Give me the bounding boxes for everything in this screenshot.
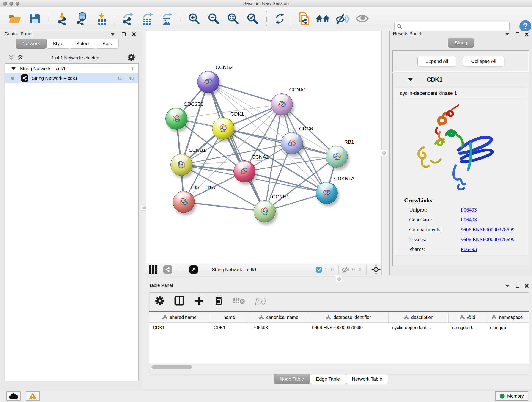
- h-scrollbar[interactable]: [149, 364, 529, 369]
- import-database-button[interactable]: [75, 11, 89, 26]
- tab-sets[interactable]: Sets: [96, 38, 119, 49]
- column-header[interactable]: database identifier: [308, 312, 389, 322]
- network-options-gear-icon[interactable]: [127, 53, 135, 62]
- show-all-button[interactable]: [355, 11, 369, 26]
- panel-collapse-icon[interactable]: [505, 32, 510, 36]
- tab-string[interactable]: String: [448, 38, 474, 48]
- export-network-button[interactable]: [120, 11, 135, 26]
- network-node-RB1[interactable]: [326, 146, 348, 167]
- table-cell[interactable]: stringdb: [486, 323, 528, 332]
- tab-select[interactable]: Select: [70, 38, 96, 49]
- network-canvas[interactable]: CCNB2CCNA1CDC25BCDK1CDC6RB1CCNB1CCNA2CDK…: [146, 31, 382, 263]
- column-header[interactable]: shared name: [149, 312, 210, 322]
- splitter-handle[interactable]: [381, 150, 387, 156]
- export-view-button[interactable]: [190, 265, 198, 274]
- network-node-CCNA2[interactable]: [234, 160, 255, 182]
- hide-selected-button[interactable]: [336, 11, 350, 26]
- column-header[interactable]: @id: [449, 312, 486, 322]
- horizontal-splitter[interactable]: [146, 275, 532, 282]
- memory-button[interactable]: Memory: [495, 391, 528, 401]
- panel-close-icon[interactable]: [131, 32, 137, 36]
- import-table-button[interactable]: [95, 11, 109, 26]
- delete-table-button[interactable]: [233, 297, 245, 306]
- refresh-button[interactable]: [273, 11, 287, 26]
- panel-float-icon[interactable]: [515, 283, 520, 288]
- network-node-CCNE1[interactable]: [254, 200, 276, 222]
- pan-crosshair-button[interactable]: [371, 265, 380, 274]
- create-column-button[interactable]: [195, 296, 204, 306]
- import-network-button[interactable]: [55, 11, 69, 26]
- tab-network[interactable]: Network: [16, 38, 46, 49]
- export-image-button[interactable]: [159, 11, 174, 26]
- expand-all-button[interactable]: Expand All: [418, 56, 456, 66]
- column-header[interactable]: namespace: [486, 312, 528, 322]
- hidden-eye-icon[interactable]: [342, 266, 350, 273]
- vertical-splitter-left[interactable]: [143, 31, 146, 389]
- network-node-CCNA1[interactable]: [271, 93, 293, 115]
- column-header[interactable]: description: [389, 312, 449, 322]
- save-session-button[interactable]: [28, 11, 42, 26]
- network-edge[interactable]: [223, 128, 337, 157]
- birdseye-view-button[interactable]: [149, 265, 157, 274]
- duplicate-network-button[interactable]: [297, 11, 311, 26]
- column-header[interactable]: name: [210, 312, 249, 322]
- crosslink-link[interactable]: P06493: [461, 246, 477, 252]
- tab-style[interactable]: Style: [46, 38, 70, 49]
- panel-float-icon[interactable]: [121, 32, 127, 36]
- network-node-CCNB1[interactable]: [171, 154, 192, 176]
- string-view-button[interactable]: [163, 265, 172, 274]
- panel-collapse-icon[interactable]: [505, 283, 510, 288]
- zoom-fit-button[interactable]: [226, 11, 240, 26]
- network-collection-row[interactable]: String Network – cdk1 1: [6, 64, 138, 73]
- section-caret-icon[interactable]: [408, 78, 413, 81]
- warning-button[interactable]: [26, 391, 40, 401]
- network-node-CDC25B[interactable]: [165, 108, 187, 130]
- collapse-all-button[interactable]: Collapse All: [463, 56, 504, 66]
- network-node-CDKN1A[interactable]: [316, 182, 338, 204]
- network-edge[interactable]: [184, 202, 265, 211]
- table-cell[interactable]: 9606.ENSP00000378699: [308, 323, 389, 332]
- network-row[interactable]: String Network – cdk1 11 48: [6, 73, 138, 83]
- splitter-handle[interactable]: [336, 276, 342, 282]
- delete-columns-button[interactable]: [214, 296, 223, 307]
- collapse-all-icon[interactable]: [8, 54, 14, 62]
- h-scrollbar-thumb[interactable]: [152, 365, 192, 369]
- column-header[interactable]: canonical name: [249, 312, 308, 322]
- export-table-button[interactable]: [140, 11, 154, 26]
- network-node-CDK1[interactable]: [212, 117, 234, 139]
- zoom-out-button[interactable]: [206, 11, 221, 26]
- show-columns-button[interactable]: [174, 296, 184, 306]
- table-row[interactable]: CDK1CDK1P064939606.ENSP00000378699cyclin…: [149, 323, 529, 332]
- network-node-HIST1H1A[interactable]: [173, 191, 195, 213]
- tab-network-table[interactable]: Network Table: [346, 374, 389, 384]
- cloud-button[interactable]: [6, 391, 21, 401]
- expand-all-icon[interactable]: [17, 54, 23, 62]
- crosslink-link[interactable]: 9606.ENSP00000378699: [461, 227, 515, 233]
- function-builder-button[interactable]: f(x): [255, 297, 266, 306]
- panel-close-icon[interactable]: [524, 32, 529, 36]
- network-edge[interactable]: [208, 82, 282, 104]
- panel-close-icon[interactable]: [524, 283, 529, 288]
- table-cell[interactable]: cyclin-dependent ...: [389, 323, 449, 332]
- table-cell[interactable]: CDK1: [210, 323, 249, 332]
- vertical-splitter-right[interactable]: [382, 31, 389, 275]
- zoom-in-button[interactable]: [187, 11, 201, 26]
- table-cell[interactable]: stringdb:9...: [449, 323, 486, 332]
- first-neighbors-button[interactable]: [316, 11, 330, 26]
- network-node-CDC6[interactable]: [281, 132, 303, 154]
- tab-edge-table[interactable]: Edge Table: [310, 374, 346, 384]
- tab-node-table[interactable]: Node Table: [273, 374, 310, 384]
- panel-float-icon[interactable]: [515, 32, 520, 36]
- network-edge[interactable]: [208, 82, 265, 211]
- selected-checkbox-icon[interactable]: [316, 267, 322, 273]
- table-cell[interactable]: P06493: [249, 323, 308, 332]
- search-input[interactable]: [394, 22, 510, 32]
- crosslink-link[interactable]: P06493: [461, 207, 477, 213]
- network-node-CCNB2[interactable]: [197, 71, 219, 93]
- crosslink-link[interactable]: 9606.ENSP00000378699: [461, 236, 515, 242]
- tree-caret-icon[interactable]: [12, 67, 16, 70]
- zoom-selected-button[interactable]: [245, 11, 260, 26]
- protein-section-header[interactable]: CDK1: [393, 73, 529, 86]
- crosslink-link[interactable]: P06493: [461, 217, 477, 223]
- table-options-gear-button[interactable]: [155, 296, 164, 306]
